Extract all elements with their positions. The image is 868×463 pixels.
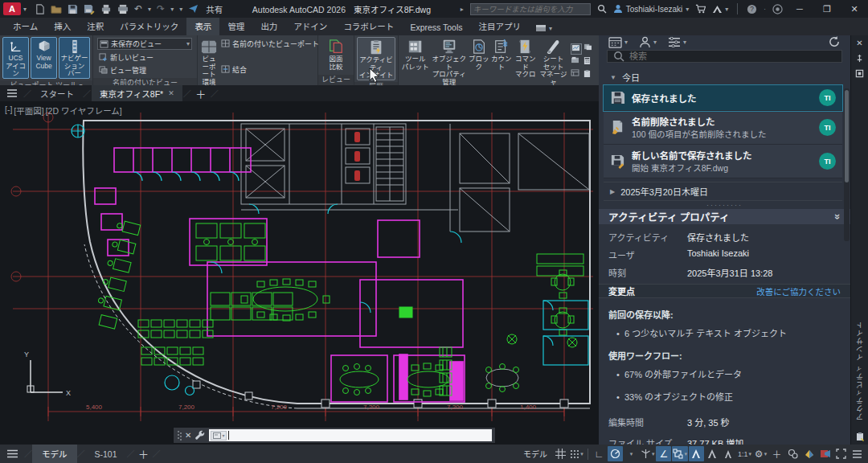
activity-properties-header[interactable]: アクティビティ プロパティ » xyxy=(599,209,850,224)
event-type-filter[interactable]: ▾ xyxy=(668,37,686,47)
signed-in-user[interactable]: Toshiaki-Isezaki ▾ xyxy=(613,4,690,14)
ucs-icon-button[interactable]: UCS アイコン xyxy=(2,37,29,79)
mini-palette-icon-3[interactable] xyxy=(571,56,582,68)
feedback-link[interactable]: 改善にご協力ください xyxy=(756,285,841,297)
help-search-input[interactable] xyxy=(473,5,588,14)
redo-caret-icon[interactable]: ▾ xyxy=(170,6,174,13)
clean-screen-toggle[interactable] xyxy=(833,446,849,461)
tab-parametric[interactable]: パラメトリック xyxy=(112,18,186,35)
store-cart-icon[interactable] xyxy=(695,4,706,14)
section-today[interactable]: ▼ 今日 xyxy=(604,69,842,85)
activity-item-saved[interactable]: 保存されました TI xyxy=(604,85,842,111)
object-snap-tracking-toggle[interactable]: ∠ xyxy=(656,446,671,461)
command-input[interactable]: ▾ xyxy=(209,429,492,441)
new-drawing-tab-button[interactable]: ＋ xyxy=(192,85,210,101)
date-range-filter[interactable]: ▾ xyxy=(608,36,628,48)
tab-featured-apps[interactable]: 注目アプリ xyxy=(471,18,530,35)
new-layout-button[interactable]: ＋ xyxy=(135,445,153,463)
help-caret-icon[interactable]: · xyxy=(764,6,766,13)
view-manager-button[interactable]: ビュー管理 xyxy=(97,64,193,76)
palette-vertical-title[interactable]: アクティビティ インサイト xyxy=(854,321,865,420)
palette-search-box[interactable] xyxy=(607,50,842,63)
activity-item-purged[interactable]: 名前削除されました 100 個の項目が名前削除されました TI xyxy=(604,111,842,145)
file-tabs-menu-icon[interactable] xyxy=(2,85,23,101)
command-line-close-icon[interactable]: ✕ xyxy=(185,431,191,440)
hardware-acceleration-icon[interactable] xyxy=(817,446,833,461)
named-viewports-button[interactable]: 名前の付いたビューポート xyxy=(219,38,321,49)
search-icon[interactable] xyxy=(597,4,607,14)
save-as-icon[interactable] xyxy=(84,4,95,14)
palette-close-icon[interactable]: ✕ xyxy=(856,39,862,47)
drawing-canvas[interactable]: [-] [平面図] [2D ワイヤフレーム] xyxy=(0,101,599,445)
command-line-grip-icon[interactable] xyxy=(177,430,182,441)
count-palette-button[interactable]: カウント xyxy=(491,37,512,86)
tab-express-tools[interactable]: Express Tools xyxy=(402,20,470,35)
tab-manage[interactable]: 管理 xyxy=(219,18,252,35)
tool-palettes-button[interactable]: ツール パレット xyxy=(401,37,430,86)
new-view-button[interactable]: 新しいビュー xyxy=(97,51,193,63)
view-dropdown[interactable]: 未保存のビュー ▾ xyxy=(97,38,192,50)
workspace-switching-gear[interactable]: ⚙▾ xyxy=(753,446,768,461)
refresh-button[interactable] xyxy=(828,35,841,48)
undo-icon[interactable]: ↶ xyxy=(134,3,142,14)
tab-addins[interactable]: アドイン xyxy=(285,18,335,35)
print-icon[interactable] xyxy=(117,4,129,14)
plot-icon[interactable] xyxy=(100,4,112,14)
undo-caret-icon[interactable]: ▾ xyxy=(148,6,151,13)
palette-scrollbar[interactable] xyxy=(844,88,850,241)
file-tab-close-icon[interactable]: ✕ xyxy=(168,89,174,97)
command-line-wrench-icon[interactable] xyxy=(194,430,206,440)
polar-tracking-toggle[interactable] xyxy=(608,446,623,461)
save-icon[interactable] xyxy=(68,4,78,14)
activity-mini-icon[interactable] xyxy=(571,43,582,55)
layout-menu-icon[interactable] xyxy=(0,445,24,463)
blocks-palette-button[interactable]: ブロック xyxy=(469,37,489,86)
model-space-button[interactable]: モデル xyxy=(518,446,552,461)
palette-properties-icon[interactable] xyxy=(855,69,864,78)
grid-display-toggle[interactable] xyxy=(553,446,568,461)
drawing-compare-button[interactable]: 図面 比較 xyxy=(321,37,351,73)
viewport-controls-label[interactable]: [-] xyxy=(5,104,12,117)
tab-view[interactable]: 表示 xyxy=(186,18,219,35)
redo-icon[interactable]: ↷ xyxy=(157,3,165,14)
activity-item-saved-as[interactable]: 新しい名前で保存されました 開始 東京オフィス8F.dwg TI xyxy=(604,145,842,178)
share-button[interactable]: 共有 xyxy=(206,3,223,15)
annotation-scale-value[interactable]: 1:1▾ xyxy=(737,446,752,461)
viewcube-button[interactable]: View Cube xyxy=(31,37,57,79)
viewport-visual-style-label[interactable]: [2D ワイヤフレーム] xyxy=(46,104,122,117)
qat-customize-caret-icon[interactable]: ▾ xyxy=(179,6,182,13)
open-folder-icon[interactable] xyxy=(51,4,62,14)
reference-palette-icon[interactable] xyxy=(571,69,582,80)
polar-tracking-caret[interactable]: ▾ xyxy=(624,446,639,461)
share-plane-icon[interactable] xyxy=(188,4,199,14)
autoscale-annotation-toggle[interactable] xyxy=(705,446,720,461)
annotation-monitor-toggle[interactable]: ＋ xyxy=(769,446,784,461)
object-snap-toggle[interactable]: ▾ xyxy=(672,446,688,461)
autodesk-caret-icon[interactable]: ▾ xyxy=(725,6,728,13)
command-line[interactable]: ✕ ▾ xyxy=(173,427,496,444)
section-older-date[interactable]: ▶ 2025年3月20日木曜日 xyxy=(604,182,842,201)
sheet-set-manager-button[interactable]: シート セット マネージャ xyxy=(539,37,567,86)
mini-palette-icon-2[interactable] xyxy=(583,43,595,55)
customize-status-bar-icon[interactable] xyxy=(850,446,865,461)
help-icon[interactable]: ? xyxy=(747,4,757,14)
snap-mode-toggle[interactable]: ▾ xyxy=(569,446,584,461)
tab-insert[interactable]: 挿入 xyxy=(46,18,79,35)
minimize-button[interactable]: ─ xyxy=(789,4,810,14)
notification-icon[interactable] xyxy=(772,4,783,14)
palette-autohide-pin-icon[interactable] xyxy=(855,54,864,63)
join-viewports-button[interactable]: 結合 xyxy=(219,64,321,75)
isometric-drafting-toggle[interactable]: ▾ xyxy=(640,446,656,461)
annotation-visibility-toggle[interactable] xyxy=(689,446,704,461)
ortho-mode-toggle[interactable]: ∟ xyxy=(592,446,607,461)
tab-home[interactable]: ホーム xyxy=(5,18,46,35)
palette-splitter-handle[interactable]: ········· xyxy=(599,201,850,209)
isolate-objects-toggle[interactable] xyxy=(785,446,800,461)
file-tab-document[interactable]: 東京オフィス8F* ✕ xyxy=(92,85,182,101)
ribbon-display-toggle[interactable]: ▾ xyxy=(535,24,552,35)
properties-palette-button[interactable]: オブジェクト プロパティ管理 xyxy=(432,37,467,86)
autodesk-logo-icon[interactable] xyxy=(712,5,723,14)
graphics-performance-icon[interactable] xyxy=(801,446,817,461)
search-history-caret-icon[interactable]: ▸ xyxy=(461,6,464,13)
clipboard-icon[interactable] xyxy=(583,69,595,80)
